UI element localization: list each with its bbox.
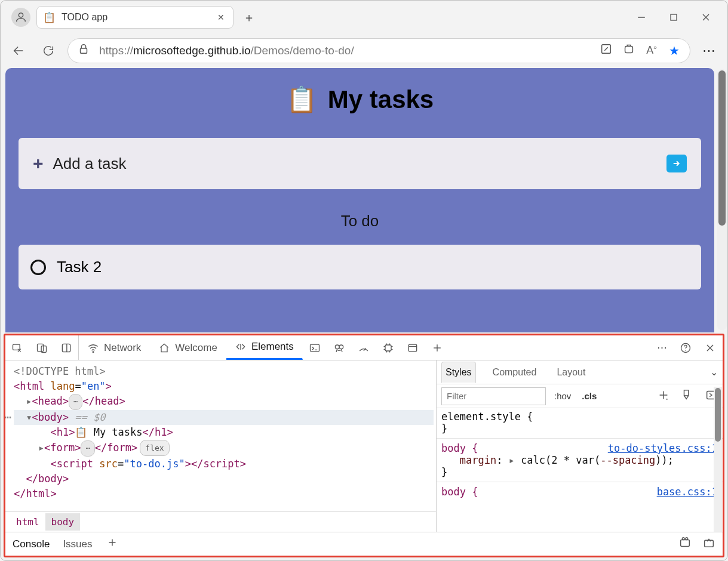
inspect-element-button[interactable] [5,335,30,360]
home-icon [158,342,170,354]
devtools-drawer: Console Issues [5,532,723,556]
devtools-body: <!DOCTYPE html> <html lang="en"> ▸<head>… [5,360,723,532]
drawer-tab-issues[interactable]: Issues [63,538,92,550]
svg-point-20 [339,345,343,349]
tab-welcome[interactable]: Welcome [150,335,226,360]
svg-point-15 [93,351,94,352]
cls-toggle[interactable]: .cls [579,390,599,402]
close-window-button[interactable] [700,11,712,23]
minimize-button[interactable] [635,11,647,23]
svg-point-50 [682,538,684,540]
breadcrumb-html[interactable]: html [10,513,45,531]
svg-rect-17 [310,344,319,352]
drawer-add-tab[interactable] [106,536,119,552]
maximize-button[interactable] [668,11,680,23]
app-icon[interactable] [622,42,636,58]
address-bar[interactable]: https://microsoftedge.github.io/Demos/de… [67,38,690,63]
breadcrumb-body[interactable]: body [45,513,81,531]
hov-toggle[interactable]: :hov [552,390,573,402]
checkbox-circle-icon[interactable] [30,260,46,275]
styles-toolbar: :hov .cls ▪ [437,384,723,408]
expand-icon[interactable]: ⌄ [710,366,718,378]
tab-styles[interactable]: Styles [441,362,476,383]
devtools-more-button[interactable]: ⋯ [651,341,674,354]
tab-label: Welcome [175,342,217,354]
devtools: Network Welcome Elements ⋯ <!DOCTYPE htm… [4,334,724,557]
tab-label: Elements [251,341,294,353]
svg-rect-2 [671,14,677,20]
tab-application-icon[interactable] [401,335,425,360]
styles-filter-input[interactable] [441,387,546,405]
tab-title: TODO app [62,12,107,23]
url-text: https://microsoftedge.github.io/Demos/de… [99,44,591,57]
clipboard-icon: 📋 [43,11,56,24]
tab-close-button[interactable]: ✕ [215,10,227,24]
clipboard-icon: 📋 [286,85,317,114]
refresh-button[interactable] [38,40,59,61]
drawer-tab-console[interactable]: Console [13,538,50,550]
svg-text:▪: ▪ [666,396,668,402]
svg-rect-11 [38,344,44,352]
svg-rect-45 [684,390,689,395]
rule-element-style: element.style { [441,411,718,423]
favorite-star-icon[interactable]: ★ [667,44,681,58]
edit-icon[interactable] [599,42,613,58]
styles-tabs: Styles Computed Layout ⌄ [437,360,723,384]
svg-line-22 [341,349,342,352]
devtools-help-button[interactable] [674,342,698,354]
drawer-issues-icon[interactable] [678,536,692,552]
tab-computed[interactable]: Computed [489,362,540,383]
css-source-link[interactable]: base.css:1 [657,486,718,498]
dock-side-button[interactable] [54,335,79,360]
viewport: 📋 My tasks + Add a task To do Task 2 [1,67,727,332]
dom-breadcrumb[interactable]: html body [5,511,436,532]
task-row[interactable]: Task 2 [19,245,701,289]
tab-network[interactable]: Network [79,335,150,360]
css-rules[interactable]: element.style { } body {to-do-styles.css… [437,408,723,532]
svg-rect-8 [625,46,633,53]
add-task-placeholder: Add a task [53,155,127,173]
dom-tree[interactable]: <!DOCTYPE html> <html lang="en"> ▸<head>… [5,360,436,532]
scrollbar-thumb[interactable] [715,388,721,442]
svg-rect-52 [705,540,714,547]
tab-memory-icon[interactable] [376,335,401,360]
new-tab-button[interactable]: ＋ [238,7,260,28]
svg-rect-49 [681,540,690,546]
tab-elements[interactable]: Elements [226,335,303,360]
svg-rect-10 [13,344,20,350]
devtools-close-button[interactable] [698,342,723,354]
tab-sources-icon[interactable] [327,335,352,360]
tab-layout[interactable]: Layout [553,362,589,383]
svg-rect-13 [62,344,70,352]
drawer-expand-icon[interactable] [702,536,715,552]
new-style-rule-button[interactable]: ▪ [657,389,670,404]
browser-titlebar: 📋 TODO app ✕ ＋ [1,1,727,34]
toggle-common-rendering-button[interactable] [681,389,694,404]
window-controls [635,11,723,23]
plus-icon: + [33,153,44,174]
back-button[interactable] [8,40,29,61]
styles-scrollbar[interactable] [714,387,722,532]
tab-console-icon[interactable] [303,335,327,360]
lock-icon[interactable] [76,42,91,58]
css-source-link[interactable]: to-do-styles.css:1 [608,442,718,454]
add-task-input[interactable]: + Add a task [19,138,701,189]
add-tab-button[interactable] [425,335,450,360]
svg-line-21 [336,349,337,352]
task-label: Task 2 [57,258,102,276]
section-header: To do [19,212,701,230]
toolbar: https://microsoftedge.github.io/Demos/de… [1,34,727,67]
device-emulation-button[interactable] [30,335,54,360]
browser-tab[interactable]: 📋 TODO app ✕ [36,6,234,29]
read-aloud-icon[interactable]: A» [644,44,659,57]
scrollbar-thumb[interactable] [718,70,726,226]
svg-rect-25 [385,345,391,351]
wifi-icon [87,342,99,354]
submit-button[interactable] [666,155,687,172]
scrollbar[interactable] [717,69,727,330]
devtools-tabbar: Network Welcome Elements ⋯ [5,335,723,360]
settings-more-button[interactable]: ⋯ [699,40,720,61]
tab-performance-icon[interactable] [352,335,376,360]
profile-avatar[interactable] [11,8,30,27]
dom-selected-node[interactable]: ⋯ ▾<body> == $0 [14,410,434,425]
